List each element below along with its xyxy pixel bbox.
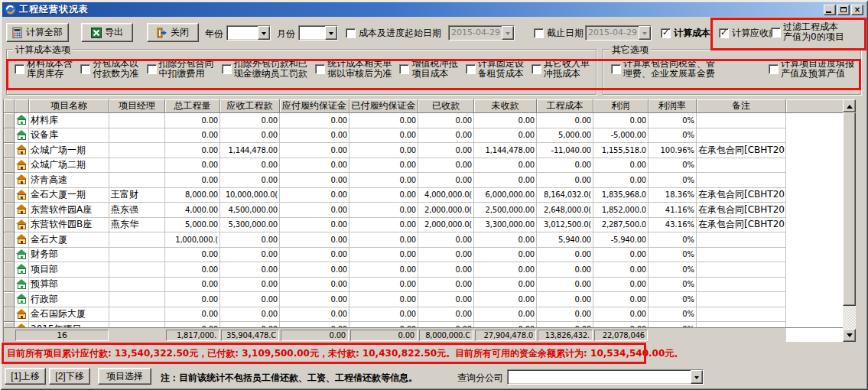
margin-cell[interactable]: 0% bbox=[649, 248, 697, 263]
bond-paid-cell[interactable]: 0.00 bbox=[349, 218, 418, 233]
received-cell[interactable]: 0.00 bbox=[418, 113, 474, 128]
receivable-cell[interactable]: 0.00 bbox=[220, 128, 280, 144]
project-name-cell[interactable]: 2015年项目 bbox=[29, 322, 109, 327]
column-header-manager[interactable]: 项目经理 bbox=[109, 99, 165, 113]
unreceived-cell[interactable]: 1,144,478.00 bbox=[474, 143, 537, 158]
table-row[interactable]: 金石大厦 1,000,000.( 0.00 0.00 0.00 0.00 0.0… bbox=[4, 232, 843, 248]
remark-cell[interactable] bbox=[697, 262, 786, 278]
cost-option-checkbox[interactable]: 其它收入单 冲抵成本 bbox=[532, 59, 590, 79]
receivable-cell[interactable]: 0.00 bbox=[220, 248, 280, 263]
quantity-cell[interactable]: 0.00 bbox=[165, 292, 220, 307]
project-name-cell[interactable]: 东营软件园A座 bbox=[29, 203, 109, 218]
bond-payable-cell[interactable]: 0.00 bbox=[280, 203, 349, 218]
bond-payable-cell[interactable]: 0.00 bbox=[280, 218, 349, 233]
cost-cell[interactable]: 5,000.00 bbox=[537, 128, 593, 144]
table-row[interactable]: 2015年项目 0.00 0.00 0.00 0.00 0.00 0.00 0.… bbox=[4, 322, 843, 327]
quantity-cell[interactable]: 0.00 bbox=[165, 307, 220, 323]
year-select[interactable] bbox=[226, 25, 271, 41]
bond-paid-cell[interactable]: 0.00 bbox=[349, 322, 418, 327]
row-selector[interactable] bbox=[4, 113, 15, 128]
row-selector[interactable] bbox=[4, 143, 15, 158]
row-selector[interactable] bbox=[4, 322, 15, 327]
receivable-cell[interactable]: 0.00 bbox=[220, 292, 280, 307]
table-row[interactable]: 行政部 0.00 0.00 0.00 0.00 0.00 0.00 0.00 0… bbox=[4, 292, 843, 307]
table-row[interactable]: 材料库 0.00 0.00 0.00 0.00 0.00 0.00 0.00 0… bbox=[4, 113, 843, 128]
cost-cell[interactable]: 0.00 bbox=[537, 322, 593, 327]
remark-cell[interactable] bbox=[697, 173, 786, 188]
margin-cell[interactable]: 43.16% bbox=[649, 218, 697, 233]
receivable-cell[interactable]: 1,144,478.00 bbox=[220, 143, 280, 158]
bond-payable-cell[interactable]: 0.00 bbox=[280, 292, 349, 307]
bond-paid-cell[interactable]: 0.00 bbox=[349, 143, 418, 158]
margin-cell[interactable]: 0% bbox=[649, 278, 697, 293]
profit-cell[interactable]: 2,287,500.0 bbox=[593, 218, 649, 233]
bond-payable-cell[interactable]: 0.00 bbox=[280, 307, 349, 323]
row-selector[interactable] bbox=[4, 173, 15, 188]
manager-cell[interactable] bbox=[109, 113, 165, 128]
unreceived-cell[interactable]: 3,300,000.00 bbox=[474, 218, 537, 233]
received-cell[interactable]: 2,000,000.0( bbox=[418, 203, 474, 218]
end-date-checkbox[interactable]: 截止日期 bbox=[534, 27, 584, 40]
receivable-cell[interactable]: 10,000,000.0( bbox=[220, 188, 280, 203]
margin-cell[interactable]: 0% bbox=[649, 158, 697, 174]
manager-cell[interactable] bbox=[109, 307, 165, 323]
checkbox[interactable] bbox=[222, 64, 232, 74]
minimize-button[interactable] bbox=[824, 5, 836, 15]
remark-cell[interactable] bbox=[697, 307, 786, 323]
manager-cell[interactable]: 燕东华 bbox=[109, 218, 165, 233]
profit-cell[interactable]: 1,852,000.0 bbox=[593, 203, 649, 218]
column-header-quantity[interactable]: 总工程量 bbox=[165, 99, 220, 113]
row-selector[interactable] bbox=[4, 292, 15, 307]
unreceived-cell[interactable]: 0.00 bbox=[474, 262, 537, 278]
remark-cell[interactable] bbox=[697, 278, 786, 293]
checkbox[interactable] bbox=[532, 64, 541, 74]
calc-cost-checkbox[interactable]: ✓ 计算成本 bbox=[661, 27, 710, 40]
quantity-cell[interactable]: 0.00 bbox=[165, 248, 220, 263]
table-row[interactable]: 项目部 0.00 0.00 0.00 0.00 0.00 0.00 0.00 0… bbox=[4, 262, 843, 278]
manager-cell[interactable] bbox=[109, 232, 165, 248]
cost-cell[interactable]: 5,940.00 bbox=[537, 232, 593, 248]
cost-cell[interactable]: 0.00 bbox=[537, 292, 593, 307]
close-button[interactable]: × bbox=[851, 5, 863, 15]
select-all-cell[interactable] bbox=[4, 99, 15, 113]
bond-paid-cell[interactable]: 0.00 bbox=[349, 292, 418, 307]
unreceived-cell[interactable]: 2,500,000.00 bbox=[474, 203, 537, 218]
bond-paid-cell[interactable]: 0.00 bbox=[349, 262, 418, 278]
column-header-margin[interactable]: 利润率 bbox=[649, 99, 697, 113]
quantity-cell[interactable]: 0.00 bbox=[165, 113, 220, 128]
branch-dropdown-button[interactable] bbox=[691, 370, 703, 384]
receivable-cell[interactable]: 0.00 bbox=[220, 322, 280, 327]
cost-option-checkbox[interactable]: 计算固定设 备租赁成本 bbox=[466, 59, 524, 79]
move-down-button[interactable]: [2]下移 bbox=[49, 368, 90, 385]
quantity-cell[interactable]: 0.00 bbox=[165, 158, 220, 174]
row-selector[interactable] bbox=[4, 203, 15, 218]
quantity-cell[interactable]: 8,000.00 bbox=[165, 188, 220, 203]
margin-cell[interactable]: 0% bbox=[649, 262, 697, 278]
manager-cell[interactable] bbox=[109, 292, 165, 307]
received-cell[interactable]: 0.00 bbox=[418, 232, 474, 248]
cost-cell[interactable]: 0.00 bbox=[537, 113, 593, 128]
received-cell[interactable]: 0.00 bbox=[418, 128, 474, 144]
row-selector[interactable] bbox=[4, 278, 15, 293]
quantity-cell[interactable]: 0.00 bbox=[165, 262, 220, 278]
margin-cell[interactable]: 41.16% bbox=[649, 203, 697, 218]
manager-cell[interactable] bbox=[109, 173, 165, 188]
start-date-checkbox[interactable]: 成本及进度起始日期 bbox=[346, 27, 441, 40]
quantity-cell[interactable]: 0.00 bbox=[165, 278, 220, 293]
received-cell[interactable]: 0.00 bbox=[418, 158, 474, 174]
column-header-project-name[interactable]: 项目名称 bbox=[29, 99, 109, 113]
other-option-checkbox[interactable]: 计算项目进度填报 产值及预算产值 bbox=[769, 59, 854, 79]
table-row[interactable]: 众城广场一期 0.00 1,144,478.00 0.00 0.00 0.00 … bbox=[4, 143, 843, 158]
icon-column-header[interactable] bbox=[15, 99, 29, 113]
profit-cell[interactable]: 0.00 bbox=[593, 158, 649, 174]
row-selector[interactable] bbox=[4, 158, 15, 174]
receivable-cell[interactable]: 5,300,000.00 bbox=[220, 218, 280, 233]
table-row[interactable]: 预算部 0.00 0.00 0.00 0.00 0.00 0.00 0.00 0… bbox=[4, 278, 843, 293]
scroll-thumb[interactable] bbox=[843, 112, 856, 306]
month-select[interactable] bbox=[298, 25, 338, 41]
profit-cell[interactable]: 0.00 bbox=[593, 262, 649, 278]
table-row[interactable]: 东营软件园B座 燕东华 5,000.00 5,300,000.00 0.00 0… bbox=[4, 218, 843, 233]
bond-paid-cell[interactable]: 0.00 bbox=[349, 173, 418, 188]
bond-payable-cell[interactable]: 0.00 bbox=[280, 188, 349, 203]
remark-cell[interactable] bbox=[697, 322, 786, 327]
